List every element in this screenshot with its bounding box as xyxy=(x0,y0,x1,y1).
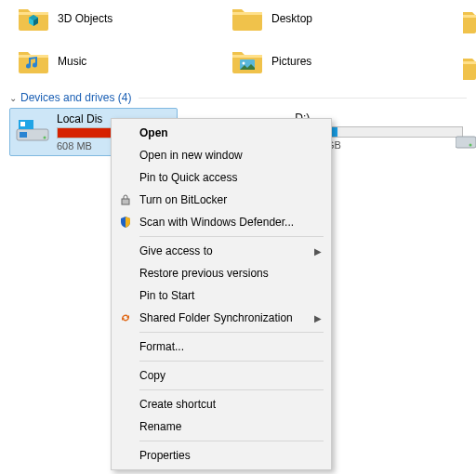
folder-label: Desktop xyxy=(271,12,312,25)
menu-item-restore-versions[interactable]: Restore previous versions xyxy=(112,262,331,284)
folder-icon-3d xyxy=(17,5,50,33)
folder-icon-pictures xyxy=(231,47,264,75)
section-count: (4) xyxy=(118,91,132,104)
menu-separator xyxy=(139,361,324,362)
chevron-right-icon: ▶ xyxy=(314,246,322,257)
drive-icon-partial xyxy=(456,127,476,158)
svg-rect-7 xyxy=(456,137,476,148)
menu-item-bitlocker[interactable]: Turn on BitLocker xyxy=(112,189,331,211)
svg-point-1 xyxy=(243,62,245,65)
menu-item-copy[interactable]: Copy xyxy=(112,364,331,387)
menu-item-properties[interactable]: Properties xyxy=(112,444,331,467)
svg-rect-3 xyxy=(20,132,27,138)
menu-item-create-shortcut[interactable]: Create shortcut xyxy=(112,393,331,415)
folder-item-music[interactable]: Music xyxy=(9,43,223,80)
menu-separator xyxy=(139,389,324,390)
divider xyxy=(139,98,467,99)
svg-rect-9 xyxy=(122,199,129,204)
menu-item-format[interactable]: Format... xyxy=(112,336,331,358)
menu-separator xyxy=(139,236,324,237)
lock-icon xyxy=(117,192,134,207)
drive-icon xyxy=(14,112,51,150)
folder-icon xyxy=(231,5,264,33)
folder-item-3d-objects[interactable]: 3D Objects xyxy=(9,0,223,37)
svg-point-4 xyxy=(44,137,46,139)
menu-item-give-access[interactable]: Give access to▶ xyxy=(112,240,331,262)
svg-point-8 xyxy=(469,144,472,147)
section-header-devices[interactable]: ⌄ Devices and drives (4) xyxy=(9,91,467,104)
chevron-down-icon: ⌄ xyxy=(9,93,17,103)
shield-icon xyxy=(117,215,134,230)
menu-item-pin-quick-access[interactable]: Pin to Quick access xyxy=(112,166,331,189)
folder-label: 3D Objects xyxy=(58,12,112,25)
folder-icon-music xyxy=(17,47,50,75)
context-menu: Open Open in new window Pin to Quick acc… xyxy=(111,118,332,470)
folder-icon-partial xyxy=(463,7,476,38)
chevron-right-icon: ▶ xyxy=(314,313,322,323)
menu-item-shared-folder-sync[interactable]: Shared Folder Synchronization▶ xyxy=(112,307,331,329)
menu-item-pin-start[interactable]: Pin to Start xyxy=(112,284,331,307)
menu-item-rename[interactable]: Rename xyxy=(112,415,331,438)
folder-item-desktop[interactable]: Desktop xyxy=(223,0,437,37)
folder-label: Pictures xyxy=(271,55,311,68)
menu-separator xyxy=(139,441,324,441)
folder-label: Music xyxy=(58,55,86,68)
menu-item-defender-scan[interactable]: Scan with Windows Defender... xyxy=(112,211,331,233)
folder-icon-partial xyxy=(463,54,476,85)
menu-separator xyxy=(139,332,324,333)
folder-item-pictures[interactable]: Pictures xyxy=(223,43,437,80)
menu-item-open-new-window[interactable]: Open in new window xyxy=(112,144,331,166)
menu-item-open[interactable]: Open xyxy=(112,122,331,144)
svg-rect-6 xyxy=(20,122,25,126)
section-title: Devices and drives xyxy=(20,91,114,104)
sync-icon xyxy=(117,310,134,325)
